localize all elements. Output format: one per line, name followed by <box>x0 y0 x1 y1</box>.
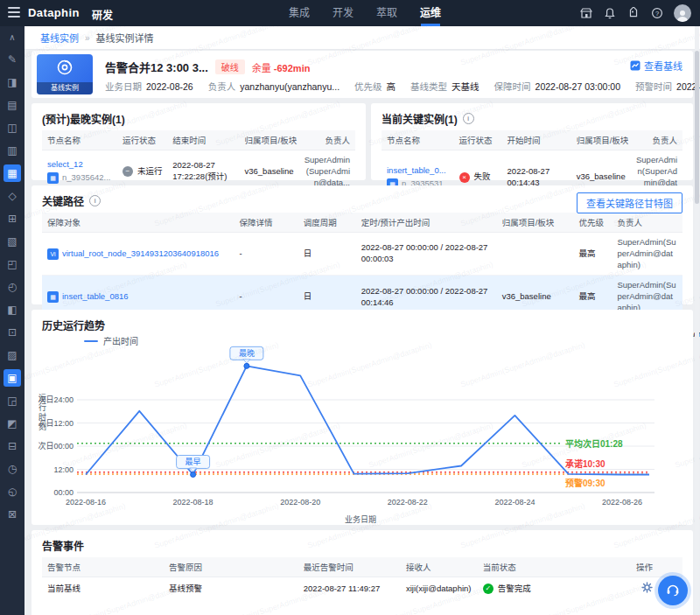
hamburger-menu-icon[interactable] <box>8 7 20 17</box>
sidebar-icon-window[interactable]: ◫ <box>4 119 21 136</box>
view-baseline-link[interactable]: 查看基线 <box>630 59 682 73</box>
tag-icon[interactable] <box>626 6 640 20</box>
detail-cell: - <box>234 233 298 276</box>
sidebar-icon-corner[interactable]: ◲ <box>4 392 21 409</box>
sidebar-icon-time[interactable]: ◷ <box>4 460 21 478</box>
sidebar-icon-triangle-box[interactable]: ◩ <box>4 415 21 432</box>
sidebar-icon-list[interactable]: ▤ <box>4 96 21 114</box>
sidebar-icon-node[interactable]: ◇ <box>4 187 21 205</box>
breadcrumb-parent-link[interactable]: 基线实例 <box>40 31 79 45</box>
table-node-icon: Vi <box>47 248 59 260</box>
alarm-events-card: 告警事件 告警节点 告警原因 最近告警时间 接收人 当前状态 操作 当前基线 基… <box>32 530 693 615</box>
receiver-cell: xiji(xiji@dataphin) <box>401 577 478 601</box>
workbench-icon[interactable] <box>579 6 593 20</box>
sidebar-icon-monitor[interactable]: ▣ <box>4 369 21 387</box>
nav-operations[interactable]: 运维 <box>420 0 441 26</box>
status-not-running: 未运行 <box>122 166 162 178</box>
svg-text:2022-08-16: 2022-08-16 <box>66 498 106 507</box>
col-alarm-time: 最近告警时间 <box>298 557 401 577</box>
info-icon[interactable] <box>89 195 101 206</box>
alarm-node-cell: 当前基线 <box>42 577 164 601</box>
node-link[interactable]: insert_table_0... <box>387 165 446 177</box>
sidebar-icon-half-panel[interactable]: ◧ <box>4 301 21 318</box>
instance-title-row: 告警合并12 3:00 3... 破线 余量 -692min <box>105 59 310 75</box>
nav-integration[interactable]: 集成 <box>289 0 310 26</box>
nav-extract[interactable]: 萃取 <box>376 0 397 26</box>
alarm-time-cell: 2022-08-27 11:49:27 <box>298 577 401 601</box>
baseline-logo-icon <box>55 58 74 80</box>
sidebar-icon-add-grid[interactable]: ⊞ <box>4 210 21 227</box>
sidebar-icon-close-box[interactable]: ⊠ <box>4 506 21 523</box>
brand-logo: Dataphin <box>28 6 80 19</box>
sidebar-icon-table[interactable]: ▥ <box>4 142 21 159</box>
table-row: Vivirtual_root_node_3914931203640918016 … <box>42 233 682 276</box>
not-running-icon <box>122 166 133 177</box>
latest-instance-table: 节点名称 运行状态 结束时间 归属项目/板块 负责人 select_12 ▦ n… <box>42 130 355 192</box>
sidebar-icon-board[interactable]: ◨ <box>4 73 21 91</box>
nav-develop[interactable]: 开发 <box>332 0 354 26</box>
notification-bell-icon[interactable] <box>603 6 617 20</box>
view-baseline-icon <box>630 60 640 71</box>
sidebar-collapse-icon[interactable]: ∧ <box>9 31 15 44</box>
customer-service-button[interactable] <box>658 576 688 605</box>
alarm-reason-cell: 基线预警 <box>164 577 298 601</box>
meta-owner: 负责人yanzhanyu(yanzhanyu... <box>208 80 340 93</box>
svg-text:最晚: 最晚 <box>239 349 255 358</box>
table-node-icon: ▦ <box>47 172 59 184</box>
col-run-status: 运行状态 <box>117 130 167 150</box>
sidebar-icon-quad[interactable]: ◰ <box>4 255 21 273</box>
col-owner: 负责人 <box>612 213 682 233</box>
margin-label: 余量 <box>252 63 271 73</box>
col-owner: 负责人 <box>628 130 682 150</box>
scrollbar-track <box>695 26 699 615</box>
col-alarm-node: 告警节点 <box>42 557 164 577</box>
node-link[interactable]: virtual_root_node_3914931203640918016 <box>62 248 219 260</box>
svg-text:12:00: 12:00 <box>53 465 74 474</box>
node-link[interactable]: insert_table_0816 <box>62 291 129 303</box>
col-project: 归属项目/板块 <box>571 130 628 150</box>
alarm-events-title: 告警事件 <box>32 530 693 557</box>
svg-text:次日24:00: 次日24:00 <box>38 395 74 404</box>
col-node-name: 节点名称 <box>42 130 117 150</box>
sidebar-icon-list: ✎◨▤◫▥▦◇⊞▧◰◴◧⊡▨▣◲◩⊟◷◵⊠ <box>4 51 21 528</box>
sidebar-icon-clock[interactable]: ◴ <box>4 278 21 296</box>
sidebar-icon-shade[interactable]: ▧ <box>4 233 21 250</box>
product-name: 研发 <box>92 7 113 22</box>
info-icon[interactable] <box>463 113 474 124</box>
table-row: 当前基线 基线预警 2022-08-27 11:49:27 xiji(xiji@… <box>42 577 682 601</box>
col-current-status: 当前状态 <box>478 557 606 577</box>
sidebar-icon-edit[interactable]: ✎ <box>4 51 21 68</box>
svg-text:00:00: 00:00 <box>53 488 74 497</box>
col-end-time: 结束时间 <box>167 130 239 150</box>
headset-icon <box>665 583 681 598</box>
svg-text:最早: 最早 <box>186 458 201 466</box>
view-gantt-button[interactable]: 查看关键路径甘特图 <box>577 192 682 213</box>
col-schedule-cycle: 调度周期 <box>298 213 356 233</box>
meta-baseline-type: 基线类型天基线 <box>410 80 480 93</box>
alarm-done-icon <box>483 584 494 594</box>
col-start-time: 开始时间 <box>502 130 571 150</box>
user-avatar[interactable] <box>674 4 691 22</box>
col-guarantee-object: 保障对象 <box>42 213 234 233</box>
node-link[interactable]: select_12 <box>47 159 83 171</box>
svg-text:2022-08-22: 2022-08-22 <box>388 498 428 507</box>
sidebar-icon-grid[interactable]: ▦ <box>4 164 21 182</box>
broken-line-tag: 破线 <box>215 59 245 74</box>
col-produce-time: 定时/预计产出时间 <box>356 213 497 233</box>
table-node-icon: ▦ <box>47 291 59 303</box>
sidebar-icon-minus-box[interactable]: ⊟ <box>4 437 21 455</box>
node-id: ▦ n_3935642... <box>47 172 112 184</box>
help-icon[interactable]: ? <box>650 6 664 20</box>
sidebar-icon-dot-box[interactable]: ⊡ <box>4 324 21 341</box>
trend-card: 历史运行趋势 产出时间 运行时刻 00:0012:00次日00:00次日12:0… <box>32 310 693 525</box>
status-failed: 失败 <box>459 171 497 183</box>
svg-text:2022-08-20: 2022-08-20 <box>280 498 320 507</box>
breadcrumb: 基线实例 » 基线实例详情 <box>24 26 700 50</box>
scrollbar-thumb[interactable] <box>695 51 699 204</box>
alarm-config-gear-icon[interactable] <box>641 582 653 597</box>
margin-value: -692min <box>274 63 311 73</box>
top-bar: Dataphin 研发 集成 开发 萃取 运维 ? <box>0 0 700 26</box>
sidebar-icon-hatch[interactable]: ▨ <box>4 346 21 364</box>
sidebar-icon-pie[interactable]: ◵ <box>4 483 21 500</box>
cycle-cell: 日 <box>298 233 356 276</box>
